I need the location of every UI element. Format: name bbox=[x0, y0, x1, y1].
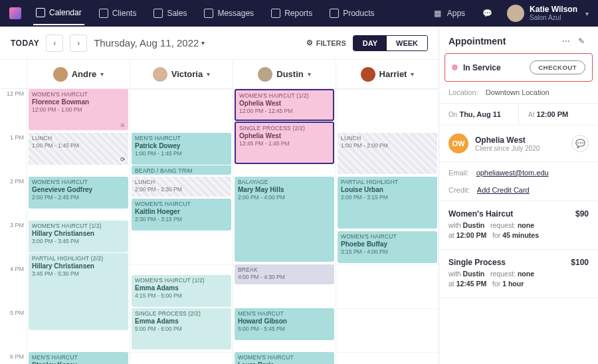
nav-apps-label: Apps bbox=[447, 9, 465, 18]
client-avatar: OW bbox=[448, 134, 468, 153]
day-view-button[interactable]: DAY bbox=[353, 36, 387, 50]
credit-row: Credit: Add Credit Card bbox=[439, 179, 598, 201]
date-picker[interactable]: Thursday, Aug 11, 2022 ▾ bbox=[94, 37, 205, 48]
hour-label: 5 PM bbox=[0, 308, 27, 352]
service-price: $90 bbox=[575, 209, 589, 219]
message-button[interactable]: 💬 bbox=[571, 135, 589, 152]
service-price: $100 bbox=[571, 258, 589, 267]
calendar-event[interactable]: BEARD / BANG TRIM bbox=[132, 165, 231, 175]
service-item[interactable]: Women's Haircut$90with Dustin request: n… bbox=[439, 201, 598, 250]
checkout-button[interactable]: CHECKOUT bbox=[530, 60, 585, 74]
calendar-event[interactable]: WOMEN'S HAIRCUTLaura Paris6:00 PM - 6:45… bbox=[235, 352, 334, 364]
calendar-grid[interactable]: 12 PM1 PM2 PM3 PM4 PM5 PM6 PM7 PM WOMEN'… bbox=[0, 89, 439, 364]
hour-label: 1 PM bbox=[0, 133, 27, 177]
calendar-event[interactable]: BALAYAGEMary May Hills2:00 PM - 4:00 PM bbox=[235, 177, 334, 262]
calendar-event[interactable]: MEN'S HAIRCUTStanley Kozey bbox=[29, 352, 128, 364]
calendar-event[interactable]: PARTIAL HIGHLIGHT (2/2)Hillary Christian… bbox=[29, 253, 128, 330]
nav-chat[interactable]: 💬 bbox=[480, 2, 495, 25]
chevron-down-icon: ▾ bbox=[585, 10, 589, 17]
status-dot-icon bbox=[452, 64, 458, 70]
reports-icon bbox=[271, 9, 280, 18]
staff-dustin[interactable]: Dustin▾ bbox=[233, 60, 336, 88]
location-label: Location: bbox=[448, 88, 478, 96]
person-icon: ☺ bbox=[120, 122, 126, 129]
chevron-down-icon: ▾ bbox=[207, 70, 210, 78]
today-button[interactable]: TODAY bbox=[11, 39, 39, 48]
avatar bbox=[507, 5, 524, 22]
calendar-event[interactable]: SINGLE PROCESS (2/2)Ophelia West12:45 PM… bbox=[235, 122, 334, 164]
date-text: Thursday, Aug 11, 2022 bbox=[94, 37, 199, 48]
chevron-down-icon: ▾ bbox=[411, 70, 414, 78]
staff-andre[interactable]: Andre▾ bbox=[27, 60, 130, 88]
service-name: Single Process bbox=[448, 258, 506, 267]
nav-calendar[interactable]: Calendar bbox=[33, 1, 84, 25]
staff-victoria[interactable]: Victoria▾ bbox=[130, 60, 233, 88]
top-nav: CalendarClientsSalesMessagesReportsProdu… bbox=[0, 0, 598, 27]
calendar-event[interactable]: Break4:00 PM - 4:30 PM bbox=[235, 264, 334, 284]
calendar-event[interactable]: WOMEN'S HAIRCUT (1/2)Emma Adams4:15 PM -… bbox=[132, 275, 231, 307]
edit-icon[interactable]: ✎ bbox=[578, 37, 589, 46]
email-row: Email: opheliawest@tom.edu bbox=[439, 162, 598, 179]
calendar-event[interactable]: Lunch2:00 PM - 2:30 PM bbox=[132, 177, 231, 197]
calendar-event[interactable]: Lunch1:00 PM - 1:45 PM⟳ bbox=[29, 133, 128, 165]
staff-avatar bbox=[258, 67, 272, 82]
user-sub: Salon Azul bbox=[530, 14, 577, 21]
calendar-event[interactable]: WOMEN'S HAIRCUT (1/2)Hillary Christianse… bbox=[29, 221, 128, 252]
messages-icon bbox=[204, 9, 213, 18]
nav-products[interactable]: Products bbox=[327, 1, 377, 25]
filters-icon: ⚙ bbox=[306, 39, 313, 47]
logo[interactable] bbox=[9, 7, 21, 19]
time-cell[interactable]: At 12:00 PM bbox=[518, 104, 598, 125]
view-segment: DAY WEEK bbox=[353, 35, 428, 51]
staff-harriet[interactable]: Harriet▾ bbox=[336, 60, 439, 88]
nav-reports[interactable]: Reports bbox=[268, 1, 315, 25]
nav-messages[interactable]: Messages bbox=[201, 1, 256, 25]
calendar-icon bbox=[36, 8, 45, 17]
more-icon[interactable]: ⋯ bbox=[562, 37, 573, 46]
filters-label: FILTERS bbox=[316, 39, 346, 47]
calendar-event[interactable]: WOMEN'S HAIRCUTKaitlin Hoeger2:30 PM - 3… bbox=[132, 199, 231, 230]
client-row[interactable]: OW Ophelia West Client since July 2020 💬 bbox=[439, 126, 598, 162]
nav-apps[interactable]: ▦ Apps bbox=[431, 2, 468, 25]
service-name: Women's Haircut bbox=[448, 209, 513, 219]
nav-clients[interactable]: Clients bbox=[96, 1, 140, 25]
calendar-event[interactable]: WOMEN'S HAIRCUTPhoebe Buffay3:15 PM - 4:… bbox=[338, 231, 437, 263]
calendar-event[interactable]: WOMEN'S HAIRCUTFlorence Bowman12:00 PM -… bbox=[29, 89, 128, 130]
calendar-event[interactable]: PARTIAL HIGHLIGHTLouise Urban2:00 PM - 3… bbox=[338, 177, 437, 228]
sales-icon bbox=[153, 9, 163, 18]
staff-avatar bbox=[153, 67, 167, 82]
calendar-pane: TODAY ‹ › Thursday, Aug 11, 2022 ▾ ⚙ FIL… bbox=[0, 27, 439, 364]
products-icon bbox=[330, 9, 339, 18]
calendar-event[interactable]: MEN'S HAIRCUTPatrick Dowey1:00 PM - 1:45… bbox=[132, 133, 231, 165]
email-link[interactable]: opheliawest@tom.edu bbox=[476, 169, 549, 177]
hour-label: 12 PM bbox=[0, 89, 27, 133]
chat-icon: 💬 bbox=[575, 139, 585, 148]
status-text: In Service bbox=[463, 63, 524, 72]
calendar-event[interactable]: WOMEN'S HAIRCUT (1/2)Ophelia West12:00 P… bbox=[235, 89, 334, 121]
calendar-toolbar: TODAY ‹ › Thursday, Aug 11, 2022 ▾ ⚙ FIL… bbox=[0, 27, 439, 60]
filters-button[interactable]: ⚙ FILTERS bbox=[306, 39, 346, 47]
chevron-down-icon: ▾ bbox=[100, 70, 104, 78]
add-credit-link[interactable]: Add Credit Card bbox=[477, 186, 530, 194]
service-item[interactable]: Single Process$100with Dustin request: n… bbox=[439, 250, 598, 298]
appointment-panel: Appointment ⋯ ✎ In Service CHECKOUT Loca… bbox=[439, 27, 598, 364]
chevron-down-icon: ▾ bbox=[308, 70, 311, 78]
date-cell[interactable]: On Thu, Aug 11 bbox=[439, 104, 518, 125]
clients-icon bbox=[99, 9, 108, 18]
location-row: Location: Downtown Location bbox=[439, 82, 598, 104]
calendar-event[interactable]: MEN'S HAIRCUTHoward Gibson5:00 PM - 5:45… bbox=[235, 308, 334, 340]
chat-icon: 💬 bbox=[482, 9, 492, 18]
prev-button[interactable]: ‹ bbox=[46, 35, 63, 52]
hour-label: 4 PM bbox=[0, 264, 27, 308]
user-menu[interactable]: Katie Wilson Salon Azul ▾ bbox=[507, 5, 589, 22]
location-value: Downtown Location bbox=[486, 88, 549, 96]
week-view-button[interactable]: WEEK bbox=[387, 36, 427, 50]
next-button[interactable]: › bbox=[70, 35, 87, 52]
calendar-event[interactable]: Lunch1:00 PM - 2:00 PM bbox=[338, 133, 437, 174]
panel-title: Appointment bbox=[448, 36, 557, 46]
nav-sales[interactable]: Sales bbox=[151, 1, 189, 25]
calendar-event[interactable]: WOMEN'S HAIRCUTGenevieve Godfrey2:00 PM … bbox=[29, 177, 128, 209]
hour-label: 2 PM bbox=[0, 177, 27, 221]
calendar-event[interactable]: SINGLE PROCESS (2/2)Emma Adams5:00 PM - … bbox=[132, 308, 231, 349]
recur-icon: ⟳ bbox=[120, 156, 126, 163]
